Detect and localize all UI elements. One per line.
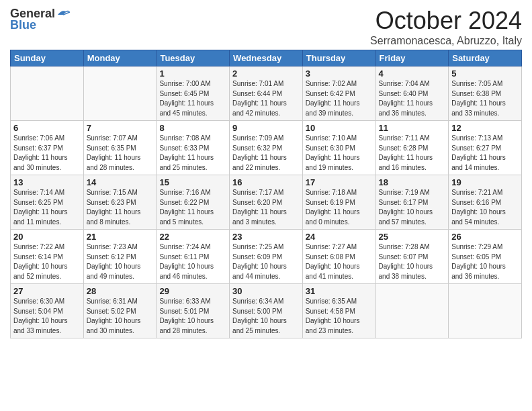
day-info: Sunrise: 7:28 AM Sunset: 6:07 PM Dayligh… xyxy=(379,242,446,281)
day-info: Sunrise: 7:16 AM Sunset: 6:22 PM Dayligh… xyxy=(159,188,226,227)
day-info: Sunrise: 7:00 AM Sunset: 6:45 PM Dayligh… xyxy=(159,79,226,118)
week-row-5: 27Sunrise: 6:30 AM Sunset: 5:04 PM Dayli… xyxy=(11,284,522,338)
day-info: Sunrise: 6:35 AM Sunset: 4:58 PM Dayligh… xyxy=(306,297,373,336)
day-info: Sunrise: 7:04 AM Sunset: 6:40 PM Dayligh… xyxy=(379,79,446,118)
day-cell: 30Sunrise: 6:34 AM Sunset: 5:00 PM Dayli… xyxy=(230,284,303,338)
day-number: 21 xyxy=(87,232,154,242)
day-info: Sunrise: 6:33 AM Sunset: 5:01 PM Dayligh… xyxy=(159,297,226,336)
day-cell: 16Sunrise: 7:17 AM Sunset: 6:20 PM Dayli… xyxy=(230,175,303,230)
day-info: Sunrise: 7:11 AM Sunset: 6:28 PM Dayligh… xyxy=(379,134,446,173)
header: General Blue October 2024 Serramonacesca… xyxy=(10,7,522,47)
day-cell: 15Sunrise: 7:16 AM Sunset: 6:22 PM Dayli… xyxy=(157,175,230,230)
day-number: 10 xyxy=(306,123,373,133)
day-number: 15 xyxy=(159,177,226,187)
day-number: 13 xyxy=(13,177,81,187)
day-info: Sunrise: 7:29 AM Sunset: 6:05 PM Dayligh… xyxy=(451,242,519,281)
day-info: Sunrise: 7:02 AM Sunset: 6:42 PM Dayligh… xyxy=(306,79,373,118)
day-number: 16 xyxy=(232,177,300,187)
day-number: 1 xyxy=(159,68,226,79)
day-cell: 12Sunrise: 7:13 AM Sunset: 6:27 PM Dayli… xyxy=(449,121,522,175)
day-cell: 6Sunrise: 7:06 AM Sunset: 6:37 PM Daylig… xyxy=(11,121,84,175)
day-cell: 27Sunrise: 6:30 AM Sunset: 5:04 PM Dayli… xyxy=(11,284,84,338)
day-cell: 14Sunrise: 7:15 AM Sunset: 6:23 PM Dayli… xyxy=(83,175,157,230)
day-info: Sunrise: 7:27 AM Sunset: 6:08 PM Dayligh… xyxy=(306,242,373,281)
day-cell xyxy=(83,66,157,121)
day-cell: 24Sunrise: 7:27 AM Sunset: 6:08 PM Dayli… xyxy=(302,230,375,284)
day-cell: 5Sunrise: 7:05 AM Sunset: 6:38 PM Daylig… xyxy=(449,66,522,121)
month-title: October 2024 xyxy=(370,7,522,35)
calendar-header: Sunday Monday Tuesday Wednesday Thursday… xyxy=(11,50,522,66)
day-cell xyxy=(375,284,449,338)
day-number: 6 xyxy=(13,123,81,133)
week-row-2: 6Sunrise: 7:06 AM Sunset: 6:37 PM Daylig… xyxy=(11,121,522,175)
day-info: Sunrise: 7:05 AM Sunset: 6:38 PM Dayligh… xyxy=(451,79,519,118)
day-cell: 8Sunrise: 7:08 AM Sunset: 6:33 PM Daylig… xyxy=(157,121,230,175)
day-number: 20 xyxy=(13,232,81,242)
day-info: Sunrise: 6:30 AM Sunset: 5:04 PM Dayligh… xyxy=(13,297,81,336)
day-cell: 25Sunrise: 7:28 AM Sunset: 6:07 PM Dayli… xyxy=(375,230,449,284)
day-cell: 9Sunrise: 7:09 AM Sunset: 6:32 PM Daylig… xyxy=(230,121,303,175)
title-section: October 2024 Serramonacesca, Abruzzo, It… xyxy=(370,7,522,47)
day-number: 29 xyxy=(159,286,226,296)
day-cell: 4Sunrise: 7:04 AM Sunset: 6:40 PM Daylig… xyxy=(375,66,449,121)
day-info: Sunrise: 7:24 AM Sunset: 6:11 PM Dayligh… xyxy=(159,242,226,281)
day-info: Sunrise: 7:08 AM Sunset: 6:33 PM Dayligh… xyxy=(159,134,226,173)
day-info: Sunrise: 6:31 AM Sunset: 5:02 PM Dayligh… xyxy=(87,297,154,336)
day-number: 26 xyxy=(451,232,519,242)
day-number: 30 xyxy=(232,286,300,296)
day-number: 24 xyxy=(306,232,373,242)
week-row-4: 20Sunrise: 7:22 AM Sunset: 6:14 PM Dayli… xyxy=(11,230,522,284)
day-info: Sunrise: 6:34 AM Sunset: 5:00 PM Dayligh… xyxy=(232,297,300,336)
day-info: Sunrise: 7:07 AM Sunset: 6:35 PM Dayligh… xyxy=(87,134,154,173)
day-info: Sunrise: 7:18 AM Sunset: 6:19 PM Dayligh… xyxy=(306,188,373,227)
day-info: Sunrise: 7:22 AM Sunset: 6:14 PM Dayligh… xyxy=(13,242,81,281)
day-cell: 11Sunrise: 7:11 AM Sunset: 6:28 PM Dayli… xyxy=(375,121,449,175)
day-number: 17 xyxy=(306,177,373,187)
day-number: 23 xyxy=(232,232,300,242)
day-info: Sunrise: 7:10 AM Sunset: 6:30 PM Dayligh… xyxy=(306,134,373,173)
day-number: 2 xyxy=(232,68,300,79)
day-cell xyxy=(11,66,84,121)
day-number: 7 xyxy=(87,123,154,133)
day-number: 18 xyxy=(379,177,446,187)
day-cell: 13Sunrise: 7:14 AM Sunset: 6:25 PM Dayli… xyxy=(11,175,84,230)
week-row-1: 1Sunrise: 7:00 AM Sunset: 6:45 PM Daylig… xyxy=(11,66,522,121)
day-number: 3 xyxy=(306,68,373,79)
day-number: 5 xyxy=(451,68,519,79)
page-container: General Blue October 2024 Serramonacesca… xyxy=(0,0,532,342)
day-number: 12 xyxy=(451,123,519,133)
day-cell xyxy=(449,284,522,338)
day-cell: 22Sunrise: 7:24 AM Sunset: 6:11 PM Dayli… xyxy=(157,230,230,284)
col-monday: Monday xyxy=(83,50,157,66)
col-thursday: Thursday xyxy=(302,50,375,66)
day-cell: 1Sunrise: 7:00 AM Sunset: 6:45 PM Daylig… xyxy=(157,66,230,121)
day-info: Sunrise: 7:09 AM Sunset: 6:32 PM Dayligh… xyxy=(232,134,300,173)
day-info: Sunrise: 7:13 AM Sunset: 6:27 PM Dayligh… xyxy=(451,134,519,173)
week-row-3: 13Sunrise: 7:14 AM Sunset: 6:25 PM Dayli… xyxy=(11,175,522,230)
day-cell: 19Sunrise: 7:21 AM Sunset: 6:16 PM Dayli… xyxy=(449,175,522,230)
day-number: 14 xyxy=(87,177,154,187)
col-tuesday: Tuesday xyxy=(157,50,230,66)
day-cell: 28Sunrise: 6:31 AM Sunset: 5:02 PM Dayli… xyxy=(83,284,157,338)
day-cell: 23Sunrise: 7:25 AM Sunset: 6:09 PM Dayli… xyxy=(230,230,303,284)
col-wednesday: Wednesday xyxy=(230,50,303,66)
day-info: Sunrise: 7:06 AM Sunset: 6:37 PM Dayligh… xyxy=(13,134,81,173)
day-cell: 7Sunrise: 7:07 AM Sunset: 6:35 PM Daylig… xyxy=(83,121,157,175)
day-info: Sunrise: 7:17 AM Sunset: 6:20 PM Dayligh… xyxy=(232,188,300,227)
day-cell: 31Sunrise: 6:35 AM Sunset: 4:58 PM Dayli… xyxy=(302,284,375,338)
day-info: Sunrise: 7:23 AM Sunset: 6:12 PM Dayligh… xyxy=(87,242,154,281)
logo-blue-text: Blue xyxy=(10,18,36,32)
day-cell: 2Sunrise: 7:01 AM Sunset: 6:44 PM Daylig… xyxy=(230,66,303,121)
day-cell: 29Sunrise: 6:33 AM Sunset: 5:01 PM Dayli… xyxy=(157,284,230,338)
day-number: 9 xyxy=(232,123,300,133)
col-friday: Friday xyxy=(375,50,449,66)
day-info: Sunrise: 7:01 AM Sunset: 6:44 PM Dayligh… xyxy=(232,79,300,118)
day-number: 25 xyxy=(379,232,446,242)
day-cell: 26Sunrise: 7:29 AM Sunset: 6:05 PM Dayli… xyxy=(449,230,522,284)
location-text: Serramonacesca, Abruzzo, Italy xyxy=(370,35,522,47)
day-number: 4 xyxy=(379,68,446,79)
col-saturday: Saturday xyxy=(449,50,522,66)
day-info: Sunrise: 7:14 AM Sunset: 6:25 PM Dayligh… xyxy=(13,188,81,227)
day-cell: 3Sunrise: 7:02 AM Sunset: 6:42 PM Daylig… xyxy=(302,66,375,121)
col-sunday: Sunday xyxy=(11,50,84,66)
